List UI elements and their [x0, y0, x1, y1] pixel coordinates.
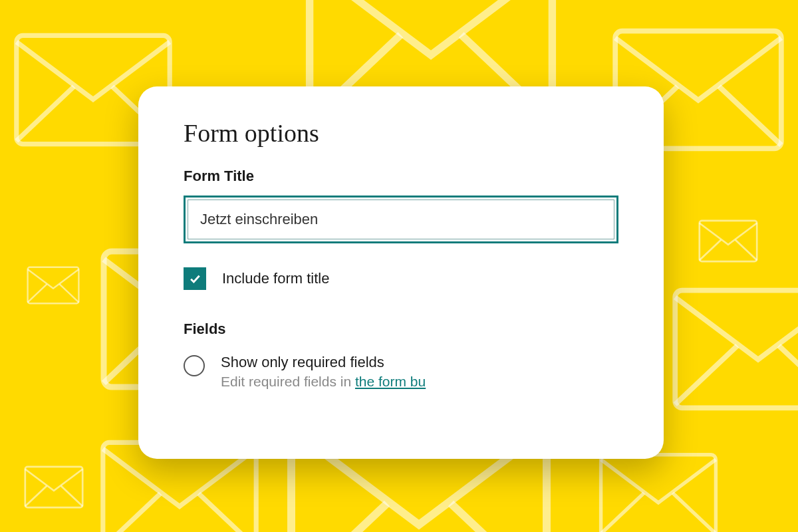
show-required-text: Show only required fields Edit required … — [221, 354, 426, 390]
form-builder-link[interactable]: the form bu — [355, 374, 426, 389]
form-title-label: Form Title — [184, 168, 618, 185]
svg-rect-3 — [28, 267, 79, 303]
include-title-row: Include form title — [184, 267, 618, 290]
include-title-label: Include form title — [222, 270, 329, 287]
check-icon — [188, 272, 201, 285]
show-required-label: Show only required fields — [221, 354, 426, 371]
show-required-radio[interactable] — [184, 355, 205, 376]
show-required-row: Show only required fields Edit required … — [184, 354, 618, 390]
fields-section-label: Fields — [184, 321, 618, 338]
hint-prefix: Edit required fields in — [221, 374, 355, 389]
svg-rect-7 — [25, 467, 82, 507]
svg-rect-5 — [700, 221, 757, 261]
envelope-icon — [698, 219, 758, 263]
svg-rect-10 — [601, 455, 716, 532]
envelope-icon — [24, 466, 84, 509]
envelope-icon — [27, 266, 80, 305]
envelope-icon — [598, 452, 718, 532]
form-options-panel: Form options Form Title Include form tit… — [138, 86, 664, 459]
include-title-checkbox[interactable] — [184, 267, 206, 290]
panel-heading: Form options — [184, 118, 618, 148]
form-title-input[interactable] — [188, 200, 614, 239]
form-title-input-wrap — [184, 196, 618, 243]
edit-fields-hint: Edit required fields in the form bu — [221, 374, 426, 390]
envelope-icon — [672, 286, 798, 412]
